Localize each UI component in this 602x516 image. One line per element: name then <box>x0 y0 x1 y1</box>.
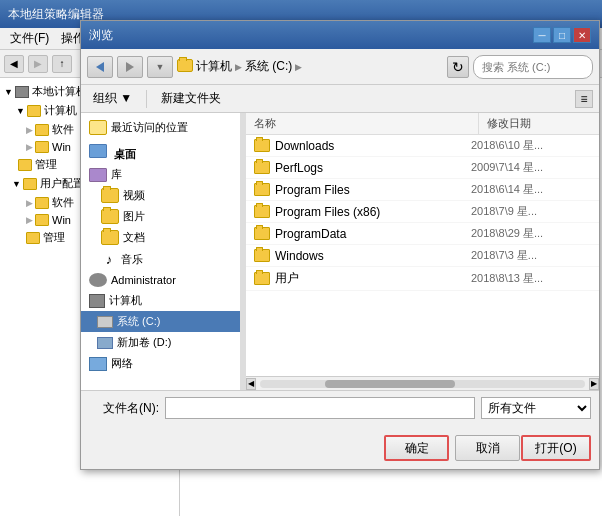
dialog-actions: 确定 取消 应用(A) 打开(O) <box>81 429 599 469</box>
open-button[interactable]: 打开(O) <box>521 435 591 461</box>
left-item-music[interactable]: ♪ 音乐 <box>81 248 240 270</box>
left-item-drive-d[interactable]: 新加卷 (D:) <box>81 332 240 353</box>
file-name-programfiles: Program Files <box>254 183 471 197</box>
view-buttons: ≡ <box>575 90 593 108</box>
filename-input[interactable] <box>165 397 475 419</box>
back-button[interactable] <box>87 56 113 78</box>
back-arrow-icon <box>96 62 104 72</box>
dialog-titlebar: 浏览 ─ □ ✕ <box>81 21 599 49</box>
doc-label: 文档 <box>123 230 145 245</box>
left-item-recent[interactable]: 最近访问的位置 <box>81 117 240 138</box>
file-item-programfiles[interactable]: Program Files 2018\6\14 星... <box>246 179 599 201</box>
left-item-computer[interactable]: 计算机 <box>81 290 240 311</box>
drive-c-icon <box>97 316 113 328</box>
tree-label-7: Win <box>52 214 71 226</box>
left-item-network[interactable]: 网络 <box>81 353 240 374</box>
breadcrumb-sep2: ▶ <box>295 62 302 72</box>
video-folder-icon <box>101 188 119 203</box>
file-name-programdata: ProgramData <box>254 227 471 241</box>
col-name-header[interactable]: 名称 <box>246 113 479 134</box>
recent-label: 最近访问的位置 <box>111 120 188 135</box>
file-name-downloads: Downloads <box>254 139 471 153</box>
lib-label: 库 <box>111 167 122 182</box>
left-section-desktop: 桌面 <box>81 138 240 164</box>
scrollbar-thumb <box>325 380 455 388</box>
file-date-programdata: 2018\8\29 星... <box>471 226 591 241</box>
left-item-system-c[interactable]: 系统 (C:) <box>81 311 240 332</box>
scroll-left-btn[interactable]: ◀ <box>246 378 256 390</box>
left-item-admin[interactable]: Administrator <box>81 270 240 290</box>
folder-icon-8 <box>26 232 40 244</box>
music-icon: ♪ <box>101 251 117 267</box>
folder-icon-7 <box>35 214 49 226</box>
picture-label: 图片 <box>123 209 145 224</box>
video-label: 视频 <box>123 188 145 203</box>
refresh-button[interactable]: ↻ <box>447 56 469 78</box>
dropdown-button[interactable]: ▼ <box>147 56 173 78</box>
system-c-label: 系统 (C:) <box>117 314 160 329</box>
bg-fwd-btn[interactable]: ▶ <box>28 55 48 73</box>
search-input[interactable] <box>473 55 593 79</box>
network-icon <box>89 357 107 371</box>
file-item-windows[interactable]: Windows 2018\7\3 星... <box>246 245 599 267</box>
folder-file-icon-2 <box>254 183 270 196</box>
picture-folder-icon <box>101 209 119 224</box>
left-item-video[interactable]: 视频 <box>81 185 240 206</box>
dialog-navbar: ▼ 计算机 ▶ 系统 (C:) ▶ ↻ <box>81 49 599 85</box>
file-date-downloads: 2018\6\10 星... <box>471 138 591 153</box>
left-panel: 最近访问的位置 桌面 库 视频 图片 <box>81 113 241 390</box>
admin-icon <box>89 273 107 287</box>
folder-file-icon-6 <box>254 272 270 285</box>
organize-label: 组织 ▼ <box>93 90 132 107</box>
file-item-users[interactable]: 用户 2018\8\13 星... <box>246 267 599 291</box>
file-label-programfiles-x86: Program Files (x86) <box>275 205 380 219</box>
recent-icon <box>89 120 107 135</box>
cancel-button[interactable]: 取消 <box>455 435 520 461</box>
menu-file[interactable]: 文件(F) <box>4 30 55 47</box>
folder-file-icon-4 <box>254 227 270 240</box>
minimize-button[interactable]: ─ <box>533 27 551 43</box>
confirm-button[interactable]: 确定 <box>384 435 449 461</box>
tree-label-1: 计算机 <box>44 103 77 118</box>
drive-d-label: 新加卷 (D:) <box>117 335 171 350</box>
left-item-picture[interactable]: 图片 <box>81 206 240 227</box>
file-name-perflogs: PerfLogs <box>254 161 471 175</box>
breadcrumb: 计算机 ▶ 系统 (C:) ▶ <box>177 58 302 75</box>
bg-back-btn[interactable]: ◀ <box>4 55 24 73</box>
file-item-programfiles-x86[interactable]: Program Files (x86) 2018\7\9 星... <box>246 201 599 223</box>
file-label-programdata: ProgramData <box>275 227 346 241</box>
file-date-programfiles: 2018\6\14 星... <box>471 182 591 197</box>
horizontal-scrollbar[interactable]: ◀ ▶ <box>246 376 599 390</box>
left-item-lib[interactable]: 库 <box>81 164 240 185</box>
file-item-downloads[interactable]: Downloads 2018\6\10 星... <box>246 135 599 157</box>
col-date-header[interactable]: 修改日期 <box>479 113 599 134</box>
tree-label-8: 管理 <box>43 230 65 245</box>
filetype-select[interactable]: 所有文件 <box>481 397 591 419</box>
folder-sm-icon <box>177 59 193 72</box>
breadcrumb-system: 系统 (C:) <box>245 58 292 75</box>
folder-icon-3 <box>35 141 49 153</box>
folder-file-icon-1 <box>254 161 270 174</box>
view-list-button[interactable]: ≡ <box>575 90 593 108</box>
file-item-programdata[interactable]: ProgramData 2018\8\29 星... <box>246 223 599 245</box>
file-name-users: 用户 <box>254 270 471 287</box>
file-list: Downloads 2018\6\10 星... PerfLogs 2009\7… <box>246 135 599 376</box>
file-label-perflogs: PerfLogs <box>275 161 323 175</box>
folder-icon <box>27 105 41 117</box>
file-item-perflogs[interactable]: PerfLogs 2009\7\14 星... <box>246 157 599 179</box>
new-folder-button[interactable]: 新建文件夹 <box>155 88 227 109</box>
forward-button[interactable] <box>117 56 143 78</box>
right-panel: 名称 修改日期 Downloads 2018\6\10 星... PerfLog <box>246 113 599 390</box>
lib-icon <box>89 168 107 182</box>
scroll-right-btn[interactable]: ▶ <box>589 378 599 390</box>
desktop-icon <box>89 144 107 158</box>
bg-up-btn[interactable]: ↑ <box>52 55 72 73</box>
network-label: 网络 <box>111 356 133 371</box>
close-button[interactable]: ✕ <box>573 27 591 43</box>
tree-label-0: 本地计算机 <box>32 84 87 99</box>
file-label-programfiles: Program Files <box>275 183 350 197</box>
left-item-doc[interactable]: 文档 <box>81 227 240 248</box>
organize-button[interactable]: 组织 ▼ <box>87 88 138 109</box>
computer-icon <box>15 86 29 98</box>
maximize-button[interactable]: □ <box>553 27 571 43</box>
